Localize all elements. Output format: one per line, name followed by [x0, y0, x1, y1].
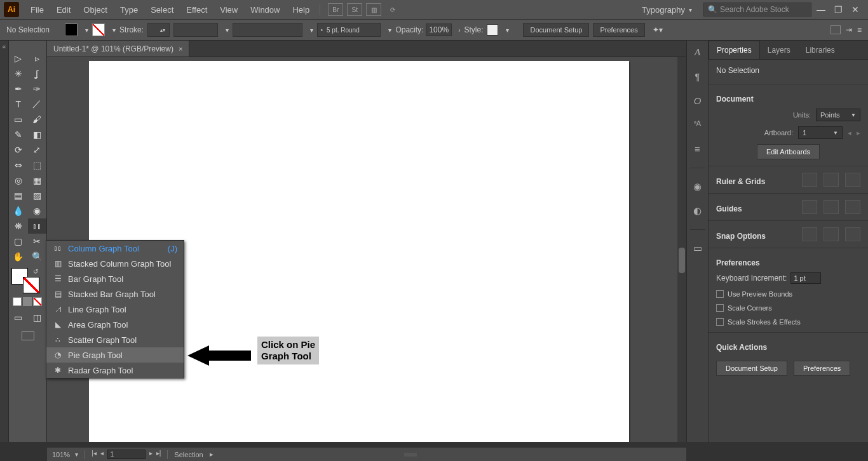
- keyboard-increment-input[interactable]: [790, 272, 821, 284]
- chevron-down-icon[interactable]: ▾: [226, 27, 229, 34]
- flyout-bar-graph[interactable]: ☰ Bar Graph Tool: [46, 271, 184, 286]
- artboard-tool[interactable]: ▢: [9, 234, 28, 249]
- menu-file[interactable]: File: [24, 0, 50, 19]
- mesh-tool[interactable]: ▤: [9, 188, 28, 203]
- guides-lock-icon[interactable]: [824, 200, 839, 214]
- cb-scale-strokes[interactable]: [716, 318, 724, 326]
- guides-toggle-icon[interactable]: [802, 200, 817, 214]
- direct-selection-tool[interactable]: ▹: [28, 51, 47, 66]
- color-mode[interactable]: [13, 297, 22, 306]
- close-icon[interactable]: ✕: [851, 4, 859, 15]
- paragraph-panel-icon[interactable]: ¶: [691, 71, 704, 83]
- snap-pixel-icon[interactable]: [845, 227, 860, 241]
- graphic-style-swatch[interactable]: [487, 24, 498, 36]
- scale-tool[interactable]: ⤢: [28, 142, 47, 157]
- stroke-swatch[interactable]: [92, 23, 105, 36]
- eraser-tool[interactable]: ◧: [28, 127, 47, 142]
- blend-tool[interactable]: ◉: [28, 203, 47, 218]
- fill-swatch[interactable]: [65, 23, 78, 36]
- transparency-grid-icon[interactable]: [845, 173, 860, 187]
- free-transform-tool[interactable]: ⬚: [28, 157, 47, 173]
- smart-guides-icon[interactable]: [845, 200, 860, 214]
- next-artboard[interactable]: ▸: [857, 129, 860, 137]
- draw-normal[interactable]: ▭: [9, 310, 28, 325]
- tab-properties[interactable]: Properties: [709, 41, 760, 59]
- cb-scale-corners[interactable]: [716, 304, 724, 312]
- qa-preferences[interactable]: Preferences: [794, 361, 850, 376]
- prev-artboard-icon[interactable]: ◂: [100, 450, 104, 459]
- graphic-styles-icon[interactable]: ◐: [691, 205, 704, 217]
- flyout-stacked-bar-graph[interactable]: ▤ Stacked Bar Graph Tool: [46, 286, 184, 302]
- artboard-dropdown[interactable]: 1▼: [798, 126, 843, 139]
- menu-effect[interactable]: Effect: [180, 0, 214, 19]
- line-segment-tool[interactable]: ／: [28, 97, 47, 112]
- hand-tool[interactable]: ✋: [9, 249, 28, 264]
- tab-layers[interactable]: Layers: [760, 41, 798, 59]
- selection-tool[interactable]: ▷: [9, 51, 28, 66]
- draw-behind[interactable]: ◫: [28, 310, 47, 325]
- chevron-right-icon[interactable]: ›: [458, 27, 460, 34]
- appearance-panel-icon[interactable]: ◉: [691, 181, 704, 192]
- document-setup-button[interactable]: Document Setup: [523, 23, 589, 37]
- preferences-button[interactable]: Preferences: [593, 23, 644, 37]
- shaper-tool[interactable]: ✎: [9, 127, 28, 142]
- snap-grid-icon[interactable]: [824, 227, 839, 241]
- fill-stroke-display[interactable]: ↺: [11, 268, 39, 293]
- minimize-icon[interactable]: —: [817, 4, 825, 15]
- menu-window[interactable]: Window: [244, 0, 286, 19]
- bridge-icon[interactable]: Br: [328, 3, 343, 16]
- rectangle-tool[interactable]: ▭: [9, 112, 28, 127]
- snap-point-icon[interactable]: [802, 227, 817, 241]
- variable-width-profile[interactable]: [173, 23, 218, 37]
- align-icon[interactable]: [831, 25, 841, 34]
- brush-definition[interactable]: 5 pt. Round: [317, 23, 381, 37]
- pen-tool[interactable]: ✒: [9, 81, 28, 97]
- flyout-area-graph[interactable]: ◣ Area Graph Tool: [46, 317, 184, 332]
- menu-object[interactable]: Object: [77, 0, 114, 19]
- workspace-switcher[interactable]: Typography ▾: [635, 5, 698, 15]
- grid-icon[interactable]: [824, 173, 839, 187]
- panel-menu-icon[interactable]: ≡: [857, 25, 862, 34]
- search-stock[interactable]: 🔍 Search Adobe Stock: [703, 3, 811, 17]
- close-tab-icon[interactable]: ×: [179, 45, 182, 53]
- stroke-color[interactable]: [23, 277, 39, 293]
- chevron-down-icon[interactable]: ▾: [85, 27, 88, 34]
- rulers-icon[interactable]: [802, 173, 817, 187]
- flyout-column-graph[interactable]: ⫾⫾ Column Graph Tool (J): [46, 241, 184, 256]
- tab-libraries[interactable]: Libraries: [798, 41, 843, 59]
- restore-icon[interactable]: ❐: [834, 4, 843, 15]
- screen-mode[interactable]: [22, 331, 34, 340]
- character-panel-icon[interactable]: A: [691, 47, 704, 58]
- horizontal-scrollbar[interactable]: [220, 453, 681, 457]
- opacity-value[interactable]: 100%: [426, 23, 452, 36]
- menu-view[interactable]: View: [214, 0, 244, 19]
- isolate-icon[interactable]: ⇥: [846, 25, 852, 34]
- align-panel-icon[interactable]: ▭: [691, 243, 704, 254]
- paragraph-styles-icon[interactable]: ≡: [691, 144, 704, 155]
- perspective-grid-tool[interactable]: ▦: [28, 173, 47, 188]
- lasso-tool[interactable]: ʆ: [28, 66, 47, 81]
- rotate-tool[interactable]: ⟳: [9, 142, 28, 157]
- menu-type[interactable]: Type: [114, 0, 144, 19]
- opentype-panel-icon[interactable]: O: [691, 95, 704, 107]
- stroke-weight[interactable]: ▴▾: [147, 23, 170, 37]
- sync-icon[interactable]: ⟳: [385, 3, 400, 16]
- cb-preview-bounds[interactable]: [716, 290, 724, 298]
- chevron-right-icon[interactable]: ▸: [210, 450, 214, 458]
- arrange-icon[interactable]: ▥: [366, 3, 381, 16]
- gradient-tool[interactable]: ▨: [28, 188, 47, 203]
- next-artboard-icon[interactable]: ▸: [149, 450, 153, 459]
- shape-builder-tool[interactable]: ◎: [9, 173, 28, 188]
- chevron-down-icon[interactable]: ▾: [506, 27, 509, 34]
- artboard-number[interactable]: 1: [107, 450, 146, 459]
- gradient-mode[interactable]: [23, 297, 32, 306]
- zoom-level[interactable]: 101%▾: [52, 451, 78, 458]
- symbol-sprayer-tool[interactable]: ❋: [9, 218, 28, 234]
- character-styles-icon[interactable]: ᵃA: [691, 119, 704, 131]
- eyedropper-tool[interactable]: 💧: [9, 203, 28, 218]
- transform-icon[interactable]: ✦▾: [653, 25, 663, 34]
- zoom-tool[interactable]: 🔍: [28, 249, 47, 264]
- qa-document-setup[interactable]: Document Setup: [716, 361, 787, 376]
- paintbrush-tool[interactable]: 🖌: [28, 112, 47, 127]
- document-tab[interactable]: Untitled-1* @ 101% (RGB/Preview) ×: [47, 41, 189, 57]
